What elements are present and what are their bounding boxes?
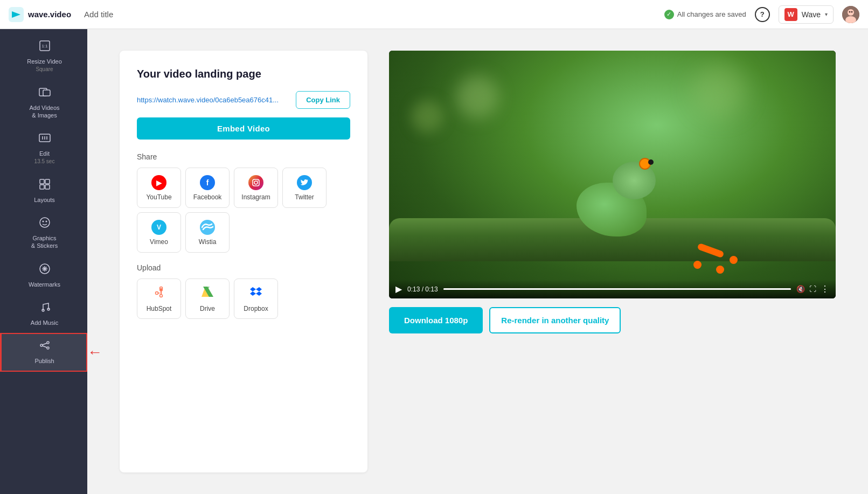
link-row: https://watch.wave.video/0ca6eb5ea676c41… xyxy=(137,91,350,109)
brand-initial: W xyxy=(784,8,797,21)
fullscreen-icon[interactable]: ⛶ xyxy=(809,285,816,293)
logo: wave.video xyxy=(9,7,71,22)
avatar-image xyxy=(842,6,859,23)
svg-rect-16 xyxy=(45,179,50,184)
progress-fill xyxy=(443,288,791,290)
share-vimeo[interactable]: V Vimeo xyxy=(137,212,181,253)
share-label: Share xyxy=(137,152,350,161)
panel-title: Your video landing page xyxy=(137,68,350,80)
video-panel: ▶ 0:13 / 0:13 🔇 ⛶ ⋮ Download 1080p Re-re… xyxy=(389,51,836,472)
mute-icon[interactable]: 🔇 xyxy=(796,285,805,293)
twitter-label: Twitter xyxy=(295,193,314,201)
upload-grid: HubSpot Drive Dropbox xyxy=(137,279,350,319)
sidebar-item-watermarks[interactable]: Watermarks xyxy=(0,256,87,295)
svg-point-6 xyxy=(851,11,853,12)
svg-rect-15 xyxy=(40,179,44,184)
facebook-icon: f xyxy=(200,175,215,190)
sidebar: 1:1 Resize VideoSquare Add Videos& Image… xyxy=(0,29,87,494)
youtube-icon: ▶ xyxy=(151,175,166,190)
progress-bar[interactable] xyxy=(443,288,791,290)
upload-drive[interactable]: Drive xyxy=(185,279,230,319)
edit-icon xyxy=(39,132,51,147)
svg-point-31 xyxy=(47,347,49,349)
layouts-icon xyxy=(39,178,51,193)
logo-icon xyxy=(9,7,24,22)
publish-label: Publish xyxy=(34,357,54,365)
vimeo-label: Vimeo xyxy=(150,238,168,246)
video-link[interactable]: https://watch.wave.video/0ca6eb5ea676c41… xyxy=(137,96,290,104)
youtube-label: YouTube xyxy=(146,193,171,201)
share-wistia[interactable]: Wistia xyxy=(185,212,230,253)
svg-rect-10 xyxy=(43,90,50,96)
rerender-button[interactable]: Re-render in another quality xyxy=(489,307,621,333)
sidebar-item-layouts[interactable]: Layouts xyxy=(0,172,87,210)
embed-video-button[interactable]: Embed Video xyxy=(137,117,350,140)
play-button[interactable]: ▶ xyxy=(395,284,402,294)
add-videos-icon xyxy=(39,86,51,101)
add-music-icon xyxy=(39,301,51,316)
control-icons: 🔇 ⛶ ⋮ xyxy=(796,284,829,294)
sidebar-item-add-videos[interactable]: Add Videos& Images xyxy=(0,80,87,126)
resize-icon: 1:1 xyxy=(39,40,51,54)
svg-text:1:1: 1:1 xyxy=(41,44,48,48)
help-label: ? xyxy=(760,10,765,18)
resize-label: Resize VideoSquare xyxy=(27,58,62,73)
help-button[interactable]: ? xyxy=(755,7,770,22)
publish-panel: Your video landing page https://watch.wa… xyxy=(120,51,367,472)
twitter-icon xyxy=(297,175,312,190)
svg-point-35 xyxy=(254,181,258,184)
avatar[interactable] xyxy=(842,6,859,23)
graphics-label: Graphics& Stickers xyxy=(31,234,58,250)
instagram-label: Instagram xyxy=(241,193,270,201)
brand-name: Wave xyxy=(802,10,821,19)
sidebar-item-resize[interactable]: 1:1 Resize VideoSquare xyxy=(0,33,87,80)
video-wrapper: ▶ 0:13 / 0:13 🔇 ⛶ ⋮ xyxy=(389,51,836,298)
time-display: 0:13 / 0:13 xyxy=(407,286,438,293)
svg-point-41 xyxy=(160,294,163,297)
saved-text: All changes are saved xyxy=(677,10,746,18)
topbar: wave.video Add title ✓ All changes are s… xyxy=(0,0,868,29)
upload-label: Upload xyxy=(137,263,350,272)
edit-label: Edit13.5 sec xyxy=(34,150,55,165)
share-instagram[interactable]: Instagram xyxy=(234,168,278,208)
drive-label: Drive xyxy=(200,305,215,312)
upload-hubspot[interactable]: HubSpot xyxy=(137,279,181,319)
hubspot-label: HubSpot xyxy=(147,305,172,312)
wistia-icon xyxy=(200,220,215,235)
instagram-icon xyxy=(248,175,263,190)
sidebar-item-add-music[interactable]: Add Music xyxy=(0,295,87,333)
share-facebook[interactable]: f Facebook xyxy=(185,168,230,208)
upload-dropbox[interactable]: Dropbox xyxy=(234,279,278,319)
layouts-label: Layouts xyxy=(34,196,55,204)
copy-link-button[interactable]: Copy Link xyxy=(296,91,350,109)
more-icon[interactable]: ⋮ xyxy=(821,284,829,294)
svg-point-29 xyxy=(40,344,43,346)
svg-line-32 xyxy=(43,343,47,345)
svg-rect-34 xyxy=(253,179,259,186)
svg-point-30 xyxy=(47,342,49,344)
share-twitter[interactable]: Twitter xyxy=(282,168,327,208)
svg-line-33 xyxy=(43,346,47,347)
sidebar-item-edit[interactable]: Edit13.5 sec xyxy=(0,126,87,172)
main-layout: 1:1 Resize VideoSquare Add Videos& Image… xyxy=(0,29,868,494)
svg-point-5 xyxy=(849,11,851,12)
saved-status: ✓ All changes are saved xyxy=(664,10,746,19)
svg-rect-18 xyxy=(45,185,50,189)
watermarks-label: Watermarks xyxy=(29,281,60,288)
check-icon: ✓ xyxy=(664,10,674,19)
wistia-label: Wistia xyxy=(199,238,217,246)
download-button[interactable]: Download 1080p xyxy=(389,307,483,333)
share-youtube[interactable]: ▶ YouTube xyxy=(137,168,181,208)
dropbox-icon xyxy=(249,286,262,302)
svg-rect-17 xyxy=(40,185,44,189)
brand-selector[interactable]: W Wave ▾ xyxy=(779,5,834,24)
dropbox-label: Dropbox xyxy=(244,305,268,312)
share-grid: ▶ YouTube f Facebook Instagram xyxy=(137,168,350,253)
page-title[interactable]: Add title xyxy=(84,10,664,19)
logo-text: wave.video xyxy=(28,10,71,19)
sidebar-item-graphics[interactable]: Graphics& Stickers xyxy=(0,210,87,256)
add-videos-label: Add Videos& Images xyxy=(29,104,59,120)
sidebar-item-publish[interactable]: Publish ← xyxy=(0,333,87,371)
hubspot-icon xyxy=(152,286,165,302)
svg-point-19 xyxy=(40,218,50,227)
